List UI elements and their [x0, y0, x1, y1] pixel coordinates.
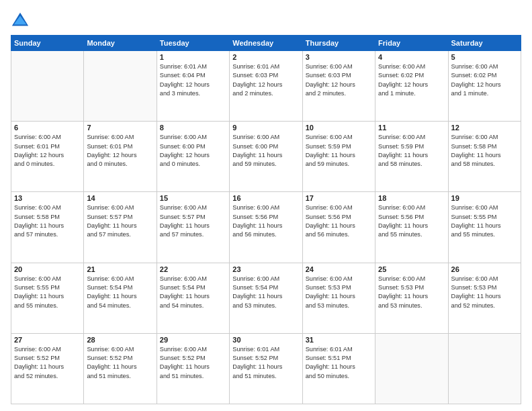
calendar-cell: 30Sunrise: 6:01 AM Sunset: 5:52 PM Dayli…: [230, 333, 302, 404]
day-number: 17: [306, 194, 372, 202]
calendar-cell: 22Sunrise: 6:00 AM Sunset: 5:54 PM Dayli…: [157, 263, 229, 333]
day-info: Sunrise: 6:00 AM Sunset: 6:03 PM Dayligh…: [306, 62, 372, 98]
calendar-cell: 21Sunrise: 6:00 AM Sunset: 5:54 PM Dayli…: [84, 263, 157, 333]
calendar-week-row: 20Sunrise: 6:00 AM Sunset: 5:55 PM Dayli…: [11, 263, 521, 333]
calendar-cell: 7Sunrise: 6:00 AM Sunset: 6:01 PM Daylig…: [84, 122, 157, 192]
day-info: Sunrise: 6:00 AM Sunset: 5:56 PM Dayligh…: [232, 203, 299, 239]
calendar-header-row: SundayMondayTuesdayWednesdayThursdayFrid…: [11, 36, 521, 51]
day-info: Sunrise: 6:00 AM Sunset: 5:58 PM Dayligh…: [14, 203, 81, 239]
calendar-week-row: 13Sunrise: 6:00 AM Sunset: 5:58 PM Dayli…: [11, 192, 521, 263]
calendar-cell: 26Sunrise: 6:00 AM Sunset: 5:53 PM Dayli…: [448, 263, 521, 333]
day-number: 30: [232, 336, 299, 344]
calendar-cell: 10Sunrise: 6:00 AM Sunset: 5:59 PM Dayli…: [302, 122, 375, 192]
day-info: Sunrise: 6:00 AM Sunset: 6:02 PM Dayligh…: [451, 62, 518, 98]
weekday-header: Thursday: [302, 36, 375, 51]
calendar-cell: 15Sunrise: 6:00 AM Sunset: 5:57 PM Dayli…: [157, 192, 229, 263]
day-info: Sunrise: 6:01 AM Sunset: 6:03 PM Dayligh…: [232, 62, 299, 98]
calendar-cell: 17Sunrise: 6:00 AM Sunset: 5:56 PM Dayli…: [302, 192, 375, 263]
day-number: 23: [232, 265, 299, 273]
day-info: Sunrise: 6:00 AM Sunset: 5:59 PM Dayligh…: [378, 133, 445, 169]
day-number: 13: [14, 194, 81, 202]
weekday-header: Tuesday: [157, 36, 229, 51]
day-number: 8: [160, 124, 226, 132]
calendar-cell: 13Sunrise: 6:00 AM Sunset: 5:58 PM Dayli…: [11, 192, 84, 263]
calendar-cell: [375, 333, 448, 404]
calendar-cell: 11Sunrise: 6:00 AM Sunset: 5:59 PM Dayli…: [375, 122, 448, 192]
day-info: Sunrise: 6:00 AM Sunset: 6:01 PM Dayligh…: [87, 133, 153, 169]
day-info: Sunrise: 6:01 AM Sunset: 6:04 PM Dayligh…: [160, 62, 226, 98]
day-number: 27: [14, 336, 81, 344]
calendar-cell: 6Sunrise: 6:00 AM Sunset: 6:01 PM Daylig…: [11, 122, 84, 192]
calendar-cell: 14Sunrise: 6:00 AM Sunset: 5:57 PM Dayli…: [84, 192, 157, 263]
calendar-cell: [84, 51, 157, 122]
day-info: Sunrise: 6:00 AM Sunset: 6:00 PM Dayligh…: [232, 133, 299, 169]
day-number: 10: [306, 124, 372, 132]
day-info: Sunrise: 6:00 AM Sunset: 5:59 PM Dayligh…: [306, 133, 372, 169]
calendar-cell: 25Sunrise: 6:00 AM Sunset: 5:53 PM Dayli…: [375, 263, 448, 333]
calendar-cell: 9Sunrise: 6:00 AM Sunset: 6:00 PM Daylig…: [230, 122, 302, 192]
calendar-cell: 27Sunrise: 6:00 AM Sunset: 5:52 PM Dayli…: [11, 333, 84, 404]
day-number: 4: [378, 53, 445, 61]
calendar-week-row: 6Sunrise: 6:00 AM Sunset: 6:01 PM Daylig…: [11, 122, 521, 192]
weekday-header: Friday: [375, 36, 448, 51]
day-info: Sunrise: 6:00 AM Sunset: 5:57 PM Dayligh…: [160, 203, 226, 239]
weekday-header: Wednesday: [230, 36, 302, 51]
weekday-header: Monday: [84, 36, 157, 51]
calendar-cell: 20Sunrise: 6:00 AM Sunset: 5:55 PM Dayli…: [11, 263, 84, 333]
day-info: Sunrise: 6:00 AM Sunset: 5:53 PM Dayligh…: [451, 275, 518, 310]
day-info: Sunrise: 6:00 AM Sunset: 6:01 PM Dayligh…: [14, 133, 81, 169]
calendar-cell: 29Sunrise: 6:00 AM Sunset: 5:52 PM Dayli…: [157, 333, 229, 404]
day-info: Sunrise: 6:01 AM Sunset: 5:51 PM Dayligh…: [306, 345, 372, 381]
day-info: Sunrise: 6:00 AM Sunset: 5:55 PM Dayligh…: [451, 203, 518, 239]
calendar-week-row: 1Sunrise: 6:01 AM Sunset: 6:04 PM Daylig…: [11, 51, 521, 122]
day-number: 7: [87, 124, 153, 132]
day-number: 29: [160, 336, 226, 344]
day-number: 25: [378, 265, 445, 273]
weekday-header: Saturday: [448, 36, 521, 51]
header: [11, 8, 521, 30]
day-info: Sunrise: 6:00 AM Sunset: 5:56 PM Dayligh…: [378, 203, 445, 239]
calendar-cell: 19Sunrise: 6:00 AM Sunset: 5:55 PM Dayli…: [448, 192, 521, 263]
page: SundayMondayTuesdayWednesdayThursdayFrid…: [0, 0, 532, 411]
calendar-week-row: 27Sunrise: 6:00 AM Sunset: 5:52 PM Dayli…: [11, 333, 521, 404]
day-number: 5: [451, 53, 518, 61]
logo-icon: [11, 11, 30, 30]
day-number: 11: [378, 124, 445, 132]
day-number: 1: [160, 53, 226, 61]
day-info: Sunrise: 6:00 AM Sunset: 5:52 PM Dayligh…: [14, 345, 81, 381]
day-info: Sunrise: 6:01 AM Sunset: 5:52 PM Dayligh…: [232, 345, 299, 381]
calendar-cell: 12Sunrise: 6:00 AM Sunset: 5:58 PM Dayli…: [448, 122, 521, 192]
day-number: 21: [87, 265, 153, 273]
day-number: 15: [160, 194, 226, 202]
day-info: Sunrise: 6:00 AM Sunset: 5:57 PM Dayligh…: [87, 203, 153, 239]
day-info: Sunrise: 6:00 AM Sunset: 5:55 PM Dayligh…: [14, 275, 81, 310]
calendar-cell: 5Sunrise: 6:00 AM Sunset: 6:02 PM Daylig…: [448, 51, 521, 122]
day-number: 3: [306, 53, 372, 61]
day-info: Sunrise: 6:00 AM Sunset: 6:00 PM Dayligh…: [160, 133, 226, 169]
day-info: Sunrise: 6:00 AM Sunset: 6:02 PM Dayligh…: [378, 62, 445, 98]
day-number: 9: [232, 124, 299, 132]
calendar-cell: 8Sunrise: 6:00 AM Sunset: 6:00 PM Daylig…: [157, 122, 229, 192]
calendar-cell: 23Sunrise: 6:00 AM Sunset: 5:54 PM Dayli…: [230, 263, 302, 333]
calendar-cell: [448, 333, 521, 404]
day-number: 18: [378, 194, 445, 202]
day-info: Sunrise: 6:00 AM Sunset: 5:53 PM Dayligh…: [378, 275, 445, 310]
calendar-table: SundayMondayTuesdayWednesdayThursdayFrid…: [11, 35, 521, 404]
day-number: 22: [160, 265, 226, 273]
calendar-cell: 1Sunrise: 6:01 AM Sunset: 6:04 PM Daylig…: [157, 51, 229, 122]
calendar-cell: 31Sunrise: 6:01 AM Sunset: 5:51 PM Dayli…: [302, 333, 375, 404]
calendar-cell: 16Sunrise: 6:00 AM Sunset: 5:56 PM Dayli…: [230, 192, 302, 263]
day-info: Sunrise: 6:00 AM Sunset: 5:53 PM Dayligh…: [306, 275, 372, 310]
day-number: 14: [87, 194, 153, 202]
calendar-cell: 2Sunrise: 6:01 AM Sunset: 6:03 PM Daylig…: [230, 51, 302, 122]
calendar-cell: 3Sunrise: 6:00 AM Sunset: 6:03 PM Daylig…: [302, 51, 375, 122]
day-info: Sunrise: 6:00 AM Sunset: 5:52 PM Dayligh…: [160, 345, 226, 381]
day-info: Sunrise: 6:00 AM Sunset: 5:58 PM Dayligh…: [451, 133, 518, 169]
day-number: 16: [232, 194, 299, 202]
calendar-cell: 18Sunrise: 6:00 AM Sunset: 5:56 PM Dayli…: [375, 192, 448, 263]
calendar-cell: [11, 51, 84, 122]
day-number: 26: [451, 265, 518, 273]
day-number: 19: [451, 194, 518, 202]
day-number: 6: [14, 124, 81, 132]
day-number: 31: [306, 336, 372, 344]
